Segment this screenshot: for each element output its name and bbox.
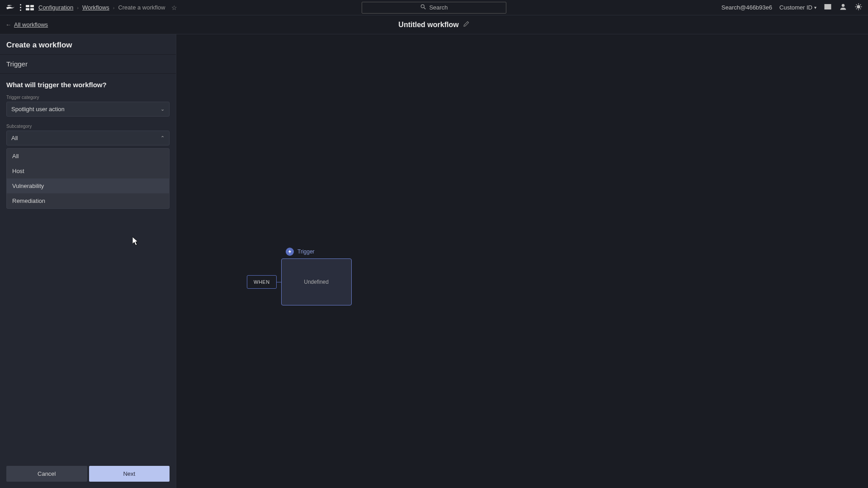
svg-line-12: [856, 5, 857, 5]
edit-icon[interactable]: [463, 21, 470, 28]
footer-buttons: Cancel Next: [0, 461, 176, 488]
config-sidebar: Create a workflow Trigger What will trig…: [0, 34, 176, 488]
global-search[interactable]: Search: [362, 2, 506, 14]
back-link[interactable]: ← All workflows: [5, 21, 48, 28]
dropdown-option-host[interactable]: Host: [7, 164, 169, 178]
trigger-bolt-icon: [286, 248, 294, 256]
all-workflows-link[interactable]: All workflows: [14, 21, 48, 28]
arrow-left-icon: ←: [5, 21, 11, 28]
subcategory-field-label: Subcategory: [0, 124, 176, 129]
breadcrumb-configuration[interactable]: Configuration: [38, 4, 73, 11]
chevron-right-icon: ›: [77, 5, 79, 10]
trigger-node-box[interactable]: Undefined: [281, 258, 352, 305]
svg-line-1: [424, 7, 426, 9]
node-connector: [277, 282, 281, 282]
dropdown-option-all[interactable]: All: [7, 149, 169, 164]
top-right-controls: Search@466b93e6 Customer ID ▾: [722, 3, 863, 12]
trigger-question: What will trigger the workflow?: [0, 74, 176, 95]
svg-point-4: [826, 5, 826, 6]
subcategory-select[interactable]: All ⌃: [6, 131, 170, 145]
svg-line-13: [860, 9, 861, 9]
account-label[interactable]: Search@466b93e6: [722, 4, 772, 11]
svg-line-14: [856, 9, 857, 9]
customer-id-dropdown[interactable]: Customer ID ▾: [779, 4, 816, 11]
cursor-icon: [132, 237, 140, 248]
trigger-section-label: Trigger: [0, 55, 176, 74]
chevron-up-icon: ⌃: [160, 135, 165, 141]
crowdstrike-logo-icon[interactable]: [5, 2, 15, 14]
logo-area: [5, 2, 34, 14]
svg-line-15: [860, 5, 861, 5]
next-button[interactable]: Next: [89, 466, 170, 482]
workflow-title-text: Untitled workflow: [398, 21, 458, 29]
chevron-down-icon: ⌄: [160, 106, 165, 112]
breadcrumb-workflows[interactable]: Workflows: [82, 4, 109, 11]
sub-header: ← All workflows Untitled workflow: [0, 15, 868, 34]
svg-point-6: [842, 4, 844, 7]
chevron-right-icon: ›: [113, 5, 115, 10]
trigger-node-label: Trigger: [297, 249, 315, 255]
subcategory-dropdown: All Host Vulnerability Remediation: [6, 148, 170, 209]
when-tag: WHEN: [247, 275, 277, 289]
brightness-icon[interactable]: [854, 3, 863, 12]
app-grid-icon[interactable]: [26, 5, 34, 10]
main-area: Create a workflow Trigger What will trig…: [0, 34, 868, 488]
bookmark-icon[interactable]: ☆: [171, 4, 177, 11]
svg-point-7: [857, 5, 860, 8]
trigger-node[interactable]: Trigger WHEN Undefined: [247, 248, 352, 305]
svg-point-0: [421, 5, 425, 8]
category-select[interactable]: Spotlight user action ⌄: [6, 102, 170, 117]
workflow-canvas[interactable]: Trigger WHEN Undefined: [176, 34, 868, 488]
chevron-down-icon: ▾: [814, 5, 816, 10]
dropdown-option-vulnerability[interactable]: Vulnerability: [7, 178, 169, 193]
workflow-title: Untitled workflow: [398, 21, 469, 29]
top-bar: Configuration › Workflows › Create a wor…: [0, 0, 868, 15]
panel-header: Create a workflow: [0, 34, 176, 55]
dropdown-option-remediation[interactable]: Remediation: [7, 193, 169, 208]
breadcrumb: Configuration › Workflows › Create a wor…: [38, 4, 177, 11]
server-icon[interactable]: [824, 3, 832, 12]
svg-point-5: [826, 8, 826, 9]
breadcrumb-current: Create a workflow: [118, 4, 165, 11]
search-icon: [420, 4, 426, 12]
category-field-label: Trigger category: [0, 95, 176, 100]
cancel-button[interactable]: Cancel: [6, 466, 87, 482]
menu-dots-icon[interactable]: [20, 4, 21, 11]
subcategory-value: All: [11, 135, 18, 141]
search-placeholder: Search: [429, 4, 448, 11]
category-value: Spotlight user action: [11, 106, 65, 113]
user-icon[interactable]: [839, 3, 847, 12]
